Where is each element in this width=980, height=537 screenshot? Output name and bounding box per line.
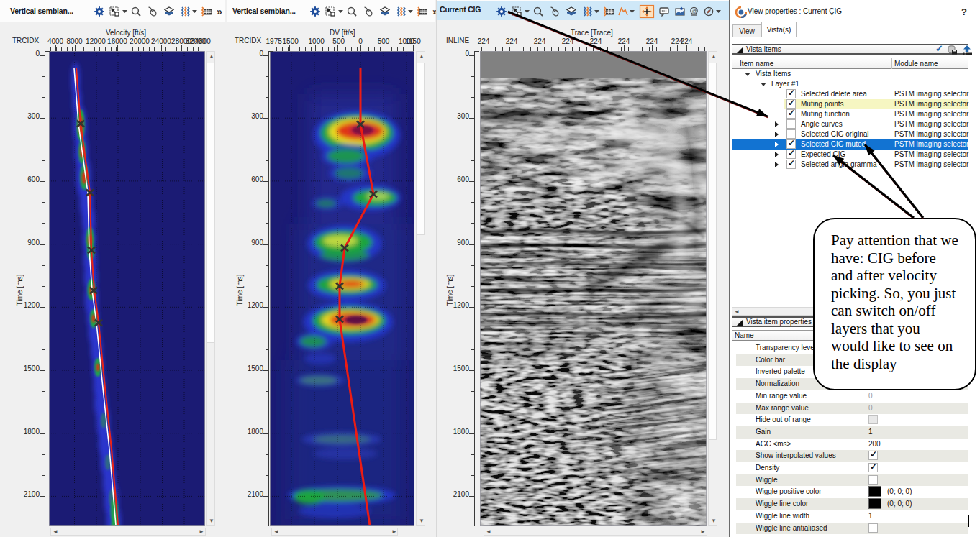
svg-text:»: » (217, 6, 222, 17)
svg-text:@: @ (692, 8, 698, 14)
